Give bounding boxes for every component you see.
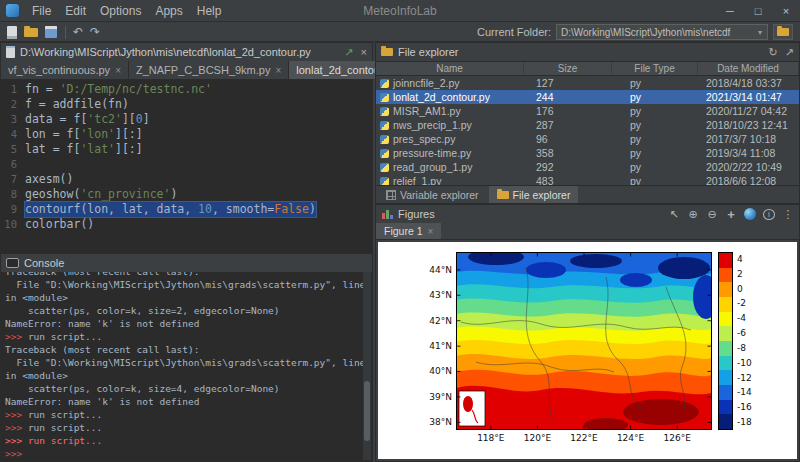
x-tick-label: 122°E (567, 433, 601, 443)
zoom-out-icon[interactable]: ⊖ (706, 208, 718, 221)
close-tab-icon[interactable]: × (115, 65, 121, 76)
console-scrollbar[interactable] (363, 272, 371, 460)
window-close-button[interactable]: × (772, 0, 800, 21)
menu-file[interactable]: File (25, 4, 58, 18)
console-line: NameError: name 'k' is not defined (5, 395, 368, 408)
float-window-icon[interactable]: ↗ (344, 46, 353, 59)
console-panel-header: Console (1, 254, 372, 272)
folder-icon (777, 28, 789, 36)
figure-canvas[interactable]: 44°N43°N42°N41°N40°N39°N38°N 118°E120°E1… (378, 242, 797, 459)
colorbar-value-label: -16 (737, 402, 752, 412)
code-line: 3data = f['tc2'][0] (1, 112, 372, 127)
console-line: scatter(ps, color=k, size=4, edgecolor=N… (5, 382, 368, 395)
menu-edit[interactable]: Edit (58, 4, 93, 18)
line-number: 9 (1, 202, 25, 217)
file-size: 127 (524, 77, 612, 89)
menu-apps[interactable]: Apps (148, 4, 189, 18)
globe-icon[interactable] (744, 208, 756, 220)
code-line: 2f = addfile(fn) (1, 97, 372, 112)
console-line: NameError: name 'k' is not defined (5, 317, 368, 330)
code-editor[interactable]: 1fn = 'D:/Temp/nc/testnc.nc'2f = addfile… (1, 80, 372, 252)
browse-folder-button[interactable] (773, 24, 793, 40)
colorbar-value-label: -4 (737, 313, 746, 323)
code-text: data = f['tc2'][0] (25, 112, 150, 127)
editor-file-path: D:\Working\MIScript\Jython\mis\netcdf\lo… (20, 46, 311, 58)
scrollbar-thumb[interactable] (364, 381, 370, 441)
colorbar (718, 252, 733, 430)
file-table-rows: joinncfile_2.py127py2018/4/18 03:37lonla… (376, 76, 799, 185)
column-header-size[interactable]: Size (524, 62, 612, 75)
y-tick-label: 41°N (418, 341, 452, 351)
file-name: read_group_1.py (393, 161, 472, 173)
colorbar-value-label: -14 (737, 387, 752, 397)
line-number: 10 (1, 217, 25, 232)
current-folder-combobox[interactable]: D:\Working\MIScript\Jython\mis\netcdf ▾ (556, 24, 768, 40)
undo-icon[interactable]: ↶ (73, 24, 83, 40)
menu-help[interactable]: Help (190, 4, 229, 18)
more-icon[interactable]: ⋮ (782, 208, 794, 221)
console-line: in <module> (5, 291, 368, 304)
close-tab-icon[interactable]: × (275, 65, 281, 76)
tab-variable-explorer[interactable]: Variable explorer (378, 186, 487, 203)
colorbar-value-label: -18 (737, 417, 752, 427)
colorbar-segment (719, 385, 732, 400)
file-row-nws_precip_1.py[interactable]: nws_precip_1.py287py2018/10/23 12:41 (376, 118, 799, 132)
file-row-pressure-time.py[interactable]: pressure-time.py358py2019/3/4 11:08 (376, 146, 799, 160)
pan-icon[interactable]: + (725, 207, 737, 222)
console-prompt: >>> (5, 409, 28, 420)
open-file-icon (24, 28, 38, 37)
file-row-pres_spec.py[interactable]: pres_spec.py96py2017/3/7 10:18 (376, 132, 799, 146)
file-row-read_group_1.py[interactable]: read_group_1.py292py2020/2/22 10:49 (376, 160, 799, 174)
chart-icon (381, 208, 393, 220)
editor-tab-Z_NAFP_C_BCSH_9km-py[interactable]: Z_NAFP_C_BCSH_9km.py× (129, 61, 289, 79)
python-file-icon (380, 177, 389, 186)
python-file-icon (380, 107, 389, 116)
column-header-file-type[interactable]: File Type (612, 62, 698, 75)
colorbar-segment (719, 341, 732, 356)
grid-icon (386, 190, 396, 200)
colorbar-segment (719, 326, 732, 341)
console-output[interactable]: Traceback (most recent call last): File … (1, 272, 372, 461)
window-minimize-button[interactable]: ─ (716, 0, 744, 21)
figures-panel-header: Figures ↖⊕⊖+i⋮ (376, 205, 799, 223)
file-size: 244 (524, 91, 612, 103)
code-text: geoshow('cn_province') (25, 187, 177, 202)
file-size: 483 (524, 175, 612, 185)
file-row-relief_1.py[interactable]: relief_1.py483py2018/6/6 12:08 (376, 174, 799, 185)
window-controls: ─□× (716, 0, 800, 21)
tab-figure-1[interactable]: Figure 1 × (376, 223, 441, 239)
y-tick-label: 39°N (418, 392, 452, 402)
colorbar-value-label: -12 (737, 373, 752, 383)
file-row-lonlat_2d_contour.py[interactable]: lonlat_2d_contour.py244py2021/3/14 01:47 (376, 90, 799, 104)
line-number: 2 (1, 97, 25, 112)
line-number: 7 (1, 172, 25, 187)
colorbar-value-label: -2 (737, 298, 746, 308)
editor-tab-vf_vis_continuous-py[interactable]: vf_vis_continuous.py× (1, 61, 129, 79)
file-explorer-header: File explorer ↻↗ (376, 43, 799, 61)
refresh-icon[interactable]: ↻ (769, 46, 778, 59)
info-icon[interactable]: i (763, 209, 775, 220)
colorbar-segment (719, 312, 732, 327)
file-date-modified: 2021/3/14 01:47 (698, 91, 799, 103)
file-row-joinncfile_2.py[interactable]: joinncfile_2.py127py2018/4/18 03:37 (376, 76, 799, 90)
close-panel-icon[interactable]: × (361, 46, 367, 58)
column-header-name[interactable]: Name (376, 62, 524, 75)
float-window-icon[interactable]: ↗ (785, 46, 794, 59)
select-tool-icon[interactable]: ↖ (668, 208, 680, 221)
menu-options[interactable]: Options (93, 4, 148, 18)
figure-tab-label: Figure 1 (384, 225, 423, 237)
editor-tab-label: Z_NAFP_C_BCSH_9km.py (136, 64, 271, 76)
colorbar-segment (719, 356, 732, 371)
south-china-sea-inset (459, 391, 485, 426)
line-number: 6 (1, 157, 25, 172)
chevron-down-icon[interactable]: ▾ (753, 28, 767, 37)
window-maximize-button[interactable]: □ (744, 0, 772, 21)
tab-file-explorer[interactable]: File explorer (489, 186, 579, 203)
python-file-icon (380, 149, 389, 158)
file-row-MISR_AM1.py[interactable]: MISR_AM1.py176py2020/11/27 04:42 (376, 104, 799, 118)
redo-icon[interactable]: ↷ (90, 24, 100, 40)
file-size: 287 (524, 119, 612, 131)
zoom-in-icon[interactable]: ⊕ (687, 208, 699, 221)
column-header-date-modified[interactable]: Date Modified (698, 62, 799, 75)
close-tab-icon[interactable]: × (428, 226, 434, 237)
